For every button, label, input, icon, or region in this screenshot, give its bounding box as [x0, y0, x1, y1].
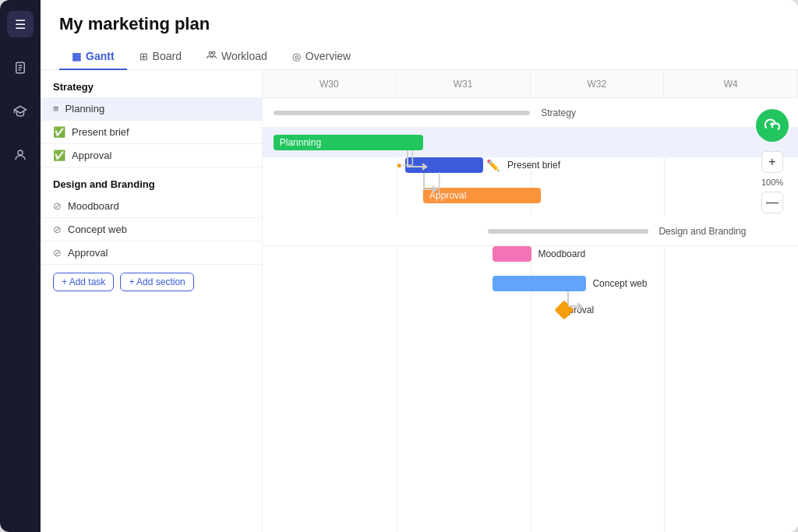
icon-sidebar: ☰	[0, 0, 41, 532]
task-planning[interactable]: ≡ Planning	[41, 97, 262, 121]
week-w31: W31	[397, 70, 531, 97]
planning-bar-label: Plannning	[280, 137, 321, 148]
pencil-icon: ✏️	[486, 159, 500, 171]
arrow-2	[433, 185, 438, 193]
task-concept-web[interactable]: ⊘ Concept web	[41, 218, 262, 241]
section-design-header: Design and Branding	[41, 167, 262, 195]
present-brief-row: ● ✏️ Present brief	[397, 157, 560, 173]
gantt-row-strategy: Strategy	[263, 98, 798, 128]
gantt-tab-label: Gantt	[86, 50, 115, 62]
concept-web-bar[interactable]	[493, 276, 586, 291]
add-section-button[interactable]: + Add section	[120, 273, 193, 291]
task-approval-1-label: Approval	[72, 150, 111, 161]
cloud-upload-button[interactable]	[756, 109, 789, 142]
approval-2-milestone[interactable]	[554, 300, 574, 319]
add-task-button[interactable]: + Add task	[53, 273, 114, 291]
board-tab-icon: ⊞	[139, 51, 148, 62]
gantt-row-design: Design and Branding	[263, 217, 798, 246]
task-planning-label: Planning	[65, 103, 105, 115]
arrow-3	[577, 302, 583, 310]
task-present-brief-label: Present brief	[72, 126, 129, 138]
gantt-rows: Strategy Plannning ● ✏️ Present br	[263, 98, 798, 532]
page-title: My marketing plan	[59, 14, 779, 34]
concept-web-bar-label: Concept web	[592, 278, 647, 289]
conn-line-5	[568, 291, 570, 305]
zoom-level-label: 100%	[761, 176, 783, 188]
overview-tab-label: Overview	[305, 50, 351, 62]
concept-web-row: Concept web	[493, 276, 647, 291]
check-icon-2: ✅	[53, 150, 65, 161]
col-grid-3	[664, 98, 665, 532]
moodboard-bar[interactable]	[493, 246, 531, 262]
strategy-section-bar	[274, 111, 531, 115]
week-headers: W30 W31 W32 W4	[263, 70, 798, 98]
design-section-bar	[488, 229, 648, 234]
check-circle-icon-3: ⊘	[53, 247, 62, 259]
board-tab-label: Board	[153, 50, 182, 62]
menu-icon-btn[interactable]: ☰	[7, 11, 34, 37]
strategy-bar-label: Strategy	[541, 107, 576, 118]
svg-point-6	[213, 51, 215, 54]
tab-bar: ▦ Gantt ⊞ Board Workload ◎ Overview	[59, 44, 779, 69]
zoom-out-button[interactable]: —	[761, 192, 783, 213]
check-circle-icon-1: ⊘	[53, 200, 62, 212]
conn-line-3	[423, 173, 425, 188]
week-w30: W30	[263, 70, 397, 97]
task-approval-1[interactable]: ✅ Approval	[41, 144, 262, 167]
tab-board[interactable]: ⊞ Board	[127, 44, 194, 70]
design-bar-label: Design and Branding	[659, 226, 746, 237]
conn-line-2	[407, 166, 423, 167]
task-present-brief[interactable]: ✅ Present brief	[41, 121, 262, 144]
person-icon-btn[interactable]	[7, 142, 34, 168]
tab-gantt[interactable]: ▦ Gantt	[59, 44, 127, 70]
arrow-1	[422, 163, 428, 171]
overview-tab-icon: ◎	[292, 51, 301, 62]
main-content: My marketing plan ▦ Gantt ⊞ Board Worklo…	[41, 0, 798, 532]
week-w32: W32	[531, 70, 665, 97]
planning-bar[interactable]: Plannning	[274, 135, 423, 150]
svg-point-5	[209, 51, 211, 54]
grad-icon-btn[interactable]	[7, 98, 34, 125]
tab-overview[interactable]: ◎ Overview	[280, 44, 363, 70]
task-concept-web-label: Concept web	[68, 224, 127, 235]
tab-workload[interactable]: Workload	[194, 44, 280, 70]
check-circle-icon-2: ⊘	[53, 224, 62, 235]
app-window: ☰ My marketing plan ▦ Gantt ⊞ Board	[0, 0, 798, 532]
gantt-tab-icon: ▦	[72, 51, 81, 62]
lines-icon: ≡	[53, 103, 59, 115]
approval-1-bar[interactable]: Approval	[423, 188, 541, 203]
zoom-controls: + 100% —	[756, 109, 789, 213]
doc-icon-btn[interactable]	[7, 55, 34, 81]
add-buttons-container: + Add task + Add section	[41, 265, 262, 299]
workload-tab-icon	[207, 50, 217, 62]
header: My marketing plan ▦ Gantt ⊞ Board Worklo…	[41, 0, 798, 70]
check-icon-1: ✅	[53, 126, 65, 138]
task-panel: Strategy ≡ Planning ✅ Present brief ✅ Ap…	[41, 70, 263, 532]
body-area: Strategy ≡ Planning ✅ Present brief ✅ Ap…	[41, 70, 798, 532]
task-approval-2-label: Approval	[68, 247, 108, 259]
moodboard-row: Moodboard	[493, 246, 585, 262]
present-brief-bar-label: Present brief	[507, 160, 560, 171]
section-strategy-header: Strategy	[41, 70, 262, 97]
milestone-dot: ●	[397, 160, 402, 171]
task-moodboard[interactable]: ⊘ Moodboard	[41, 195, 262, 218]
task-moodboard-label: Moodboard	[68, 200, 119, 212]
conn-line-1	[407, 150, 408, 166]
present-brief-bar[interactable]	[405, 157, 483, 173]
gantt-area: W30 W31 W32 W4 Strategy	[263, 70, 798, 532]
task-approval-2[interactable]: ⊘ Approval	[41, 241, 262, 265]
moodboard-bar-label: Moodboard	[538, 248, 585, 259]
workload-tab-label: Workload	[221, 50, 267, 62]
week-w4: W4	[664, 70, 798, 97]
svg-point-4	[18, 150, 23, 155]
zoom-in-button[interactable]: +	[761, 151, 783, 173]
